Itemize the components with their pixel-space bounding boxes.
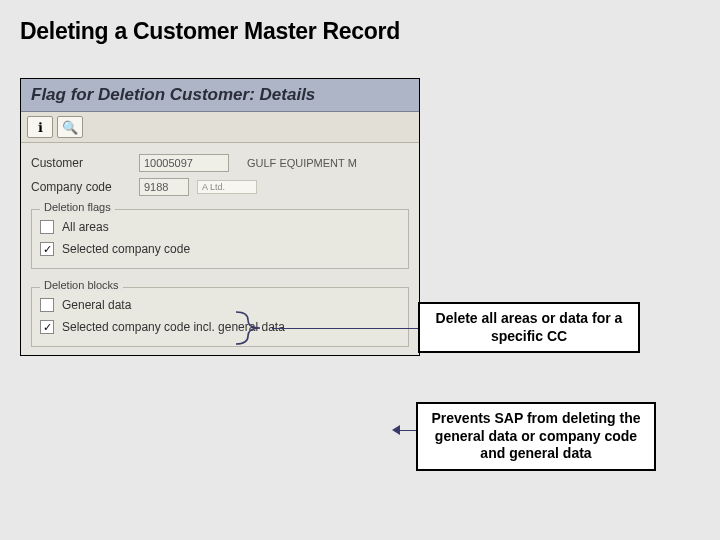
selected-incl-text: Selected company code incl. general data	[62, 320, 400, 334]
deletion-blocks-label: Deletion blocks	[40, 279, 123, 291]
slide-title: Deleting a Customer Master Record	[20, 18, 400, 45]
sap-toolbar: ℹ 🔍	[21, 112, 419, 143]
selected-cc-checkbox[interactable]: ✓	[40, 242, 54, 256]
all-areas-row: All areas	[40, 216, 400, 238]
selected-incl-row: ✓ Selected company code incl. general da…	[40, 316, 400, 338]
deletion-flags-label: Deletion flags	[40, 201, 115, 213]
callout-prevents-sap: Prevents SAP from deleting the general d…	[416, 402, 656, 471]
search-button[interactable]: 🔍	[57, 116, 83, 138]
info-icon: ℹ	[38, 120, 43, 135]
customer-description: GULF EQUIPMENT M	[237, 157, 409, 169]
company-code-input[interactable]: 9188	[139, 178, 189, 196]
customer-label: Customer	[31, 156, 131, 170]
company-row: Company code 9188 A Ltd.	[31, 175, 409, 199]
bracket-icon	[232, 308, 272, 348]
sap-window-title: Flag for Deletion Customer: Details	[21, 79, 419, 112]
sap-body: Customer 10005097 GULF EQUIPMENT M Compa…	[21, 143, 419, 355]
customer-row: Customer 10005097 GULF EQUIPMENT M	[31, 151, 409, 175]
callout-delete-areas: Delete all areas or data for a specific …	[418, 302, 640, 353]
selected-cc-text: Selected company code	[62, 242, 400, 256]
info-button[interactable]: ℹ	[27, 116, 53, 138]
deletion-blocks-group: Deletion blocks General data ✓ Selected …	[31, 287, 409, 347]
all-areas-checkbox[interactable]	[40, 220, 54, 234]
deletion-flags-group: Deletion flags All areas ✓ Selected comp…	[31, 209, 409, 269]
search-icon: 🔍	[62, 120, 78, 135]
connector-line-1	[272, 328, 420, 329]
general-data-text: General data	[62, 298, 400, 312]
arrow-left-icon	[392, 425, 400, 435]
selected-incl-checkbox[interactable]: ✓	[40, 320, 54, 334]
selected-cc-row: ✓ Selected company code	[40, 238, 400, 260]
general-data-checkbox[interactable]	[40, 298, 54, 312]
company-label: Company code	[31, 180, 131, 194]
general-data-row: General data	[40, 294, 400, 316]
sap-window: Flag for Deletion Customer: Details ℹ 🔍 …	[20, 78, 420, 356]
company-lookup[interactable]: A Ltd.	[197, 180, 257, 194]
customer-input[interactable]: 10005097	[139, 154, 229, 172]
all-areas-text: All areas	[62, 220, 400, 234]
